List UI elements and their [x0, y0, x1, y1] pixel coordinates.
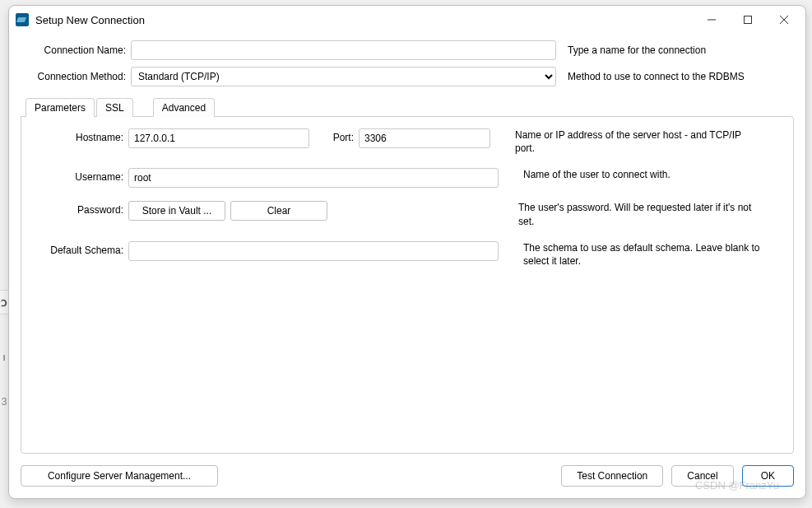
connection-name-help: Type a name for the connection: [568, 44, 794, 56]
default-schema-input[interactable]: [128, 241, 499, 261]
password-help: The user's password. Will be requested l…: [518, 201, 757, 227]
setup-connection-dialog: Setup New Connection Connection Name: Ty…: [8, 5, 806, 499]
minimize-button[interactable]: [694, 7, 730, 32]
ok-button[interactable]: OK: [742, 465, 794, 487]
connection-name-input[interactable]: [131, 40, 556, 60]
username-input[interactable]: [128, 168, 499, 188]
store-in-vault-button[interactable]: Store in Vault ...: [128, 201, 225, 221]
titlebar: Setup New Connection: [9, 6, 805, 34]
cancel-button[interactable]: Cancel: [671, 465, 733, 487]
test-connection-button[interactable]: Test Connection: [561, 465, 663, 487]
connection-method-label: Connection Method:: [21, 71, 131, 82]
window-title: Setup New Connection: [35, 14, 145, 26]
tabstrip: Parameters SSL Advanced: [21, 96, 794, 116]
clear-password-button[interactable]: Clear: [230, 201, 327, 221]
connection-method-select[interactable]: Standard (TCP/IP): [131, 67, 556, 86]
tab-advanced[interactable]: Advanced: [153, 98, 215, 117]
tab-ssl[interactable]: SSL: [96, 98, 133, 117]
port-input[interactable]: [359, 128, 490, 148]
configure-server-management-button[interactable]: Configure Server Management...: [21, 465, 218, 487]
password-label: Password:: [30, 201, 128, 216]
connection-method-help: Method to use to connect to the RDBMS: [568, 71, 794, 82]
username-help: Name of the user to connect with.: [523, 168, 762, 181]
background-fragment: ı: [0, 344, 8, 369]
dialog-footer: Configure Server Management... Test Conn…: [9, 457, 805, 498]
maximize-button[interactable]: [730, 7, 766, 32]
hostname-help: Name or IP address of the server host - …: [515, 128, 754, 155]
port-label: Port:: [309, 128, 359, 143]
default-schema-label: Default Schema:: [30, 241, 128, 256]
default-schema-help: The schema to use as default schema. Lea…: [523, 241, 762, 268]
connection-name-label: Connection Name:: [21, 44, 131, 56]
background-fragment: 3: [0, 394, 8, 410]
background-fragment: ɔ: [0, 290, 8, 315]
close-button[interactable]: [766, 7, 802, 32]
hostname-label: Hostname:: [30, 128, 128, 143]
app-icon: [16, 13, 29, 26]
svg-rect-1: [745, 16, 752, 24]
username-label: Username:: [30, 168, 128, 183]
tab-parameters[interactable]: Parameters: [26, 98, 95, 117]
hostname-input[interactable]: [128, 128, 309, 148]
tab-panel-parameters: Hostname: Port: Name or IP address of th…: [21, 116, 794, 454]
